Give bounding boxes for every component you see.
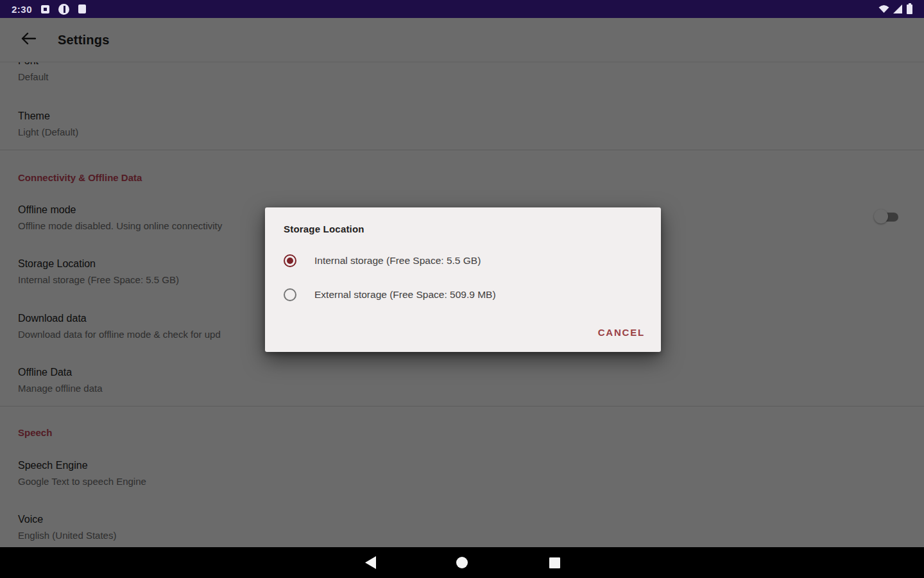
nav-recents-button[interactable]: [539, 547, 570, 578]
nav-home-button[interactable]: [447, 547, 477, 578]
wifi-icon: [878, 4, 889, 13]
status-bar-left: 2:30: [12, 4, 86, 15]
storage-location-dialog: Storage Location Internal storage (Free …: [265, 207, 661, 352]
radio-option-label: Internal storage (Free Space: 5.5 GB): [314, 255, 481, 267]
navigation-bar: [0, 547, 924, 578]
radio-selected-icon[interactable]: [284, 254, 296, 267]
nav-recents-icon: [549, 557, 560, 568]
status-bar-right: [878, 4, 912, 14]
dialog-title: Storage Location: [284, 223, 364, 234]
status-time: 2:30: [12, 4, 32, 15]
nav-back-button[interactable]: [355, 547, 386, 578]
radio-unselected-icon[interactable]: [284, 288, 296, 301]
cell-signal-icon: [893, 4, 903, 13]
status-bar: 2:30: [0, 0, 924, 18]
radio-option-label: External storage (Free Space: 509.9 MB): [314, 289, 496, 301]
battery-icon: [907, 4, 912, 14]
nav-home-icon: [456, 557, 468, 568]
cancel-button[interactable]: CANCEL: [597, 324, 646, 340]
nav-back-icon: [365, 556, 376, 569]
screen: 2:30 Font Default Theme Light (Default): [0, 0, 924, 578]
radio-option-external-storage[interactable]: External storage (Free Space: 509.9 MB): [284, 287, 648, 302]
app-notification-icon: [41, 5, 49, 13]
app-notification-icon: [58, 4, 69, 15]
app-notification-icon: [78, 4, 86, 13]
radio-option-internal-storage[interactable]: Internal storage (Free Space: 5.5 GB): [284, 253, 648, 268]
